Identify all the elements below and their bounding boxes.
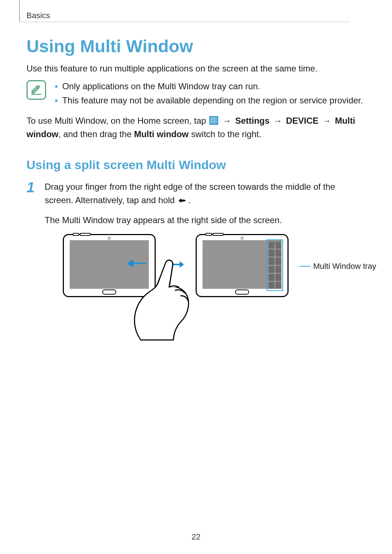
intro-text: Use this feature to run multiple applica… — [26, 63, 364, 74]
sub-heading: Using a split screen Multi Window — [26, 158, 364, 172]
step-text-line2: The Multi Window tray appears at the rig… — [45, 213, 364, 227]
section-label: Basics — [26, 11, 50, 20]
note-item: • Only applications on the Multi Window … — [55, 79, 364, 93]
bullet-icon: • — [55, 94, 58, 107]
back-icon — [177, 195, 188, 208]
page-number: 22 — [0, 532, 392, 542]
note-item: • This feature may not be available depe… — [55, 94, 364, 107]
multi-window-tray — [266, 239, 283, 291]
note-item-text: This feature may not be available depend… — [62, 94, 363, 107]
header-rule-vertical — [19, 0, 20, 22]
transition-arrow-icon — [167, 260, 185, 269]
note-item-text: Only applications on the Multi Window tr… — [62, 79, 260, 93]
tablet-before — [63, 234, 156, 297]
illustration: Multi Window tray — [63, 234, 364, 297]
step-1: 1 Drag your finger from the right edge o… — [26, 180, 364, 297]
note-icon — [26, 80, 46, 100]
callout: Multi Window tray — [299, 260, 376, 272]
usage-paragraph: To use Multi Window, on the Home screen,… — [26, 114, 364, 141]
step-text-line1: Drag your finger from the right edge of … — [45, 180, 364, 208]
bullet-icon: • — [55, 79, 58, 93]
callout-label: Multi Window tray — [313, 260, 376, 272]
header-rule-horizontal — [19, 22, 350, 22]
page-title: Using Multi Window — [26, 36, 364, 56]
tablet-after — [196, 234, 289, 297]
note-block: • Only applications on the Multi Window … — [26, 79, 364, 107]
step-number: 1 — [26, 180, 37, 194]
apps-icon — [209, 116, 218, 125]
